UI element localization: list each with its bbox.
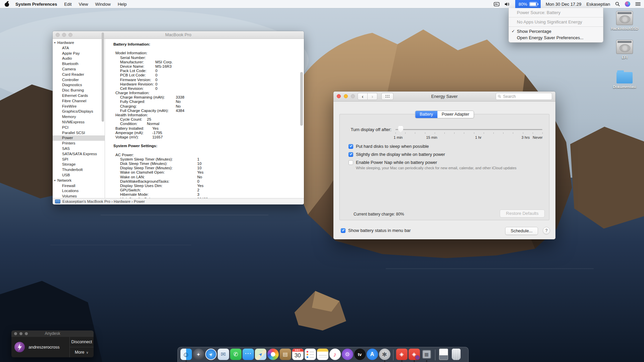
dock-icon[interactable]: ➤: [205, 349, 217, 362]
search-field[interactable]: [496, 93, 552, 100]
zoom-button[interactable]: [25, 332, 28, 335]
dock-icon[interactable]: ⋯: [242, 349, 254, 362]
dock-icon[interactable]: [317, 349, 328, 362]
desktop-icon[interactable]: EFI: [608, 40, 641, 59]
sidebar-item[interactable]: Fibre Channel: [53, 99, 105, 104]
window-title-bar[interactable]: MacBook Pro: [53, 31, 304, 39]
anydesk-title-bar[interactable]: Anydesk: [11, 330, 94, 337]
forward-button[interactable]: ›: [368, 93, 377, 100]
sidebar-item[interactable]: Diagnostics: [53, 82, 105, 88]
anydesk-menu-icon[interactable]: [494, 2, 499, 6]
battery-menu-action-item[interactable]: ✓ Show Percentage: [509, 28, 603, 35]
dock-icon[interactable]: ⊙: [341, 349, 353, 362]
sidebar-item[interactable]: Parallel SCSI: [53, 130, 105, 136]
show-all-button[interactable]: [381, 93, 393, 100]
menu-bar-menu[interactable]: Edit: [64, 2, 71, 7]
menu-bar-menu[interactable]: Help: [118, 2, 127, 7]
desktop-icon[interactable]: HackintoshSSD: [608, 11, 641, 31]
sidebar-item[interactable]: Audio: [53, 56, 105, 61]
sidebar-item[interactable]: Thunderbolt: [53, 167, 105, 173]
volume-icon[interactable]: [504, 2, 510, 6]
siri-icon[interactable]: [625, 1, 630, 7]
sidebar-item[interactable]: Disc Burning: [53, 88, 105, 93]
dock-icon[interactable]: [267, 349, 279, 362]
slider-thumb[interactable]: [398, 126, 403, 133]
menu-bar-menu[interactable]: View: [79, 2, 88, 7]
sidebar-item[interactable]: Graphics/Displays: [53, 109, 105, 114]
disclosure-triangle-icon[interactable]: ▼: [54, 40, 56, 46]
search-input[interactable]: [502, 94, 550, 99]
dock-icon[interactable]: ☺: [180, 349, 192, 362]
dock-icon[interactable]: [391, 349, 395, 362]
notification-center-icon[interactable]: [635, 2, 641, 6]
sidebar-scrollbar[interactable]: [102, 33, 104, 122]
zoom-button[interactable]: [68, 33, 72, 37]
sidebar-item[interactable]: Locations: [53, 188, 105, 194]
sidebar-item[interactable]: Controller: [53, 77, 105, 83]
sidebar-item[interactable]: ▼ Hardware: [53, 40, 105, 46]
dock-icon[interactable]: ✱: [379, 349, 390, 362]
dock-icon[interactable]: ➤: [255, 349, 266, 362]
checkbox[interactable]: [348, 152, 353, 157]
disclosure-triangle-icon[interactable]: ▼: [54, 178, 56, 183]
menu-bar-clock[interactable]: Mon 30 Dec 17.29: [546, 2, 581, 7]
dock-icon[interactable]: ▦: [421, 349, 432, 362]
tab[interactable]: Battery: [415, 111, 437, 118]
sidebar-item[interactable]: Memory: [53, 114, 105, 120]
dock-icon[interactable]: [450, 349, 462, 362]
desktop-icon[interactable]: Dokumentasi: [608, 70, 641, 89]
sidebar-item[interactable]: Volumes: [53, 194, 105, 198]
zoom-button[interactable]: [351, 94, 355, 98]
menu-bar-menu[interactable]: Window: [95, 2, 111, 7]
sidebar-item[interactable]: Card Reader: [53, 72, 105, 77]
sidebar-item[interactable]: SAS: [53, 146, 105, 152]
tab[interactable]: Power Adapter: [437, 111, 474, 118]
back-button[interactable]: ‹: [358, 93, 368, 100]
dock-icon[interactable]: ✆: [230, 349, 241, 362]
sidebar-item[interactable]: PCI: [53, 125, 105, 130]
more-button[interactable]: More ∨: [70, 347, 94, 357]
dock-icon[interactable]: [433, 349, 437, 362]
slider-track[interactable]: [395, 129, 542, 130]
help-button[interactable]: ?: [543, 227, 550, 234]
dock-icon[interactable]: ◈: [408, 349, 420, 362]
sidebar-item[interactable]: Printers: [53, 141, 105, 146]
sidebar-item[interactable]: Ethernet Cards: [53, 93, 105, 99]
schedule-button[interactable]: Schedule...: [505, 227, 538, 235]
sidebar-item[interactable]: Camera: [53, 67, 105, 72]
dock-icon[interactable]: ♪: [329, 349, 341, 362]
sidebar-item[interactable]: Power: [53, 135, 105, 141]
dock-icon[interactable]: ▤: [279, 349, 291, 362]
sidebar-item[interactable]: FireWire: [53, 104, 105, 109]
show-battery-checkbox[interactable]: [341, 228, 345, 233]
restore-defaults-button[interactable]: Restore Defaults: [500, 209, 545, 218]
close-button[interactable]: [14, 332, 17, 335]
window-title-bar[interactable]: ‹ › Energy Saver: [333, 92, 555, 102]
apple-menu-icon[interactable]: [5, 1, 9, 7]
dock-icon[interactable]: tv: [354, 349, 366, 362]
sidebar-item[interactable]: ATA: [53, 46, 105, 51]
sidebar-item[interactable]: Storage: [53, 162, 105, 167]
close-button[interactable]: [56, 33, 60, 37]
spotlight-search-icon[interactable]: [615, 2, 620, 6]
minimize-button[interactable]: [19, 332, 22, 335]
dock-icon[interactable]: ◈: [396, 349, 408, 362]
sidebar-item[interactable]: USB: [53, 173, 105, 178]
display-off-slider[interactable]: 1 min 15 min 1 hr 3 hrs Never: [395, 124, 542, 144]
battery-menu-action-item[interactable]: Open Energy Saver Preferences...: [509, 35, 603, 41]
dock-icon[interactable]: [438, 349, 449, 362]
battery-menu-extra[interactable]: 80%: [515, 0, 541, 8]
sidebar-item[interactable]: NVMExpress: [53, 120, 105, 125]
disconnect-button[interactable]: Disconnect: [70, 337, 94, 347]
minimize-button[interactable]: [62, 33, 66, 37]
checkbox[interactable]: [348, 144, 353, 149]
dock-icon[interactable]: A: [366, 349, 378, 362]
content-scrollbar[interactable]: [300, 72, 303, 126]
app-menu-title[interactable]: System Preferences: [15, 2, 57, 7]
menu-bar-user[interactable]: Eskaseptian: [586, 2, 610, 7]
sidebar-item[interactable]: Bluetooth: [53, 61, 105, 67]
dock-icon[interactable]: DEC 30: [292, 349, 304, 362]
sidebar-item[interactable]: SATA/SATA Express: [53, 152, 105, 157]
sidebar-item[interactable]: Firewall: [53, 183, 105, 189]
checkbox[interactable]: [348, 160, 353, 165]
